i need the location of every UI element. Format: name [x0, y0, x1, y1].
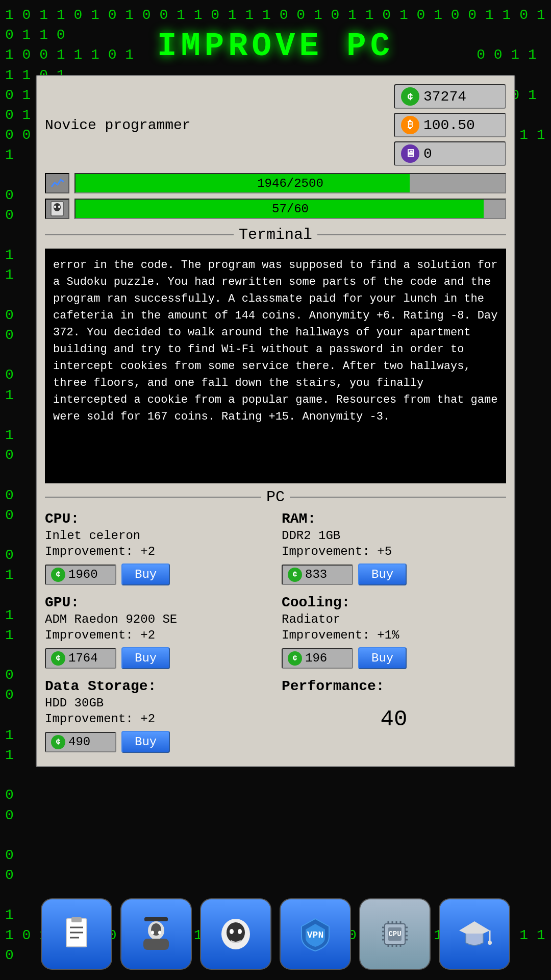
storage-buy-button[interactable]: Buy — [121, 731, 170, 753]
bottom-nav: VPN CPU — [41, 898, 510, 970]
storage-buy-row: ¢ 490 Buy — [45, 731, 269, 753]
nav-clipboard[interactable] — [41, 898, 112, 970]
ram-title: RAM: — [282, 511, 506, 527]
pc-item-cpu: CPU: Inlet celeron Improvement: +2 ¢ 196… — [45, 511, 269, 585]
cpu-price: 1960 — [68, 568, 98, 581]
cooling-buy-row: ¢ 196 Buy — [282, 647, 506, 669]
svg-point-18 — [238, 929, 242, 934]
nav-cpu[interactable]: CPU — [359, 898, 431, 970]
anonymity-icon — [45, 199, 69, 219]
ram-buy-button[interactable]: Buy — [358, 564, 407, 585]
svg-point-17 — [230, 929, 234, 934]
pc-item-storage: Data Storage: HDD 30GB Improvement: +2 ¢… — [45, 678, 269, 753]
cooling-price-icon: ¢ — [288, 651, 302, 666]
main-panel: Novice programmer ¢ 37274 ₿ 100.50 🖥 0 — [36, 75, 515, 767]
header-row: Novice programmer ¢ 37274 ₿ 100.50 🖥 0 — [45, 84, 506, 166]
pc-grid: CPU: Inlet celeron Improvement: +2 ¢ 196… — [45, 511, 506, 753]
ram-buy-row: ¢ 833 Buy — [282, 564, 506, 585]
pc-item-performance: Performance: 40 — [282, 678, 506, 753]
storage-price: 490 — [68, 735, 90, 749]
terminal-label: Terminal — [239, 226, 312, 243]
nav-education[interactable] — [439, 898, 510, 970]
pc-divider-left — [45, 497, 261, 498]
ram-improvement: Improvement: +5 — [282, 545, 506, 558]
gpu-price-icon: ¢ — [51, 651, 65, 666]
terminal-divider: Terminal — [45, 226, 506, 243]
rating-row: 1946/2500 — [45, 173, 506, 193]
divider-right — [317, 234, 506, 235]
cooling-name: Radiator — [282, 612, 506, 626]
cpu-name: Inlet celeron — [45, 529, 269, 543]
svg-point-13 — [158, 931, 161, 935]
svg-point-16 — [227, 922, 245, 943]
rating-icon — [45, 173, 69, 193]
ram-price: 833 — [305, 568, 327, 581]
nav-hacker[interactable] — [120, 898, 192, 970]
cooling-price-badge: ¢ 196 — [282, 648, 353, 669]
anonymity-row: 57/60 — [45, 199, 506, 219]
rating-bar: 1946/2500 — [74, 173, 506, 193]
pc-divider-right — [290, 497, 506, 498]
currency-badges: ¢ 37274 ₿ 100.50 🖥 0 — [394, 84, 506, 166]
pc-item-ram: RAM: DDR2 1GB Improvement: +5 ¢ 833 Buy — [282, 511, 506, 585]
nav-vpn[interactable]: VPN — [280, 898, 351, 970]
gpu-price: 1764 — [68, 651, 98, 665]
cpu-price-badge: ¢ 1960 — [45, 565, 116, 585]
bitcoin-icon: ₿ — [401, 116, 419, 134]
gpu-improvement: Improvement: +2 — [45, 628, 269, 642]
monitor-badge: 🖥 0 — [394, 141, 506, 166]
svg-text:CPU: CPU — [388, 930, 401, 938]
bitcoin-badge: ₿ 100.50 — [394, 113, 506, 137]
cooling-price: 196 — [305, 651, 327, 665]
rating-bar-fill — [76, 174, 410, 192]
cpu-title: CPU: — [45, 511, 269, 527]
storage-title: Data Storage: — [45, 678, 269, 694]
coins-icon: ¢ — [401, 87, 419, 106]
gpu-buy-button[interactable]: Buy — [121, 647, 170, 669]
performance-title: Performance: — [282, 678, 506, 694]
anonymity-bar: 57/60 — [74, 199, 506, 219]
storage-name: HDD 30GB — [45, 696, 269, 710]
svg-point-12 — [151, 931, 154, 935]
page-title: IMPROVE PC — [157, 28, 394, 65]
gpu-price-badge: ¢ 1764 — [45, 648, 116, 669]
divider-left — [45, 234, 234, 235]
performance-value: 40 — [282, 706, 506, 732]
bitcoin-value: 100.50 — [423, 117, 475, 133]
monitor-icon: 🖥 — [401, 144, 419, 163]
nav-anonymous[interactable] — [200, 898, 271, 970]
cpu-improvement: Improvement: +2 — [45, 545, 269, 558]
terminal-box: error in the code. The program was suppo… — [45, 249, 506, 483]
ram-name: DDR2 1GB — [282, 529, 506, 543]
cooling-improvement: Improvement: +1% — [282, 628, 506, 642]
monitor-value: 0 — [423, 146, 432, 162]
svg-point-3 — [58, 206, 60, 208]
svg-rect-11 — [143, 939, 169, 950]
player-name: Novice programmer — [45, 117, 191, 133]
svg-point-2 — [54, 206, 56, 208]
cooling-title: Cooling: — [282, 595, 506, 610]
gpu-title: GPU: — [45, 595, 269, 610]
pc-divider: PC — [45, 488, 506, 506]
gpu-name: ADM Raedon 9200 SE — [45, 612, 269, 626]
coins-badge: ¢ 37274 — [394, 84, 506, 109]
stats-section: 1946/2500 57/60 — [45, 173, 506, 219]
coins-value: 37274 — [423, 89, 466, 105]
gpu-buy-row: ¢ 1764 Buy — [45, 647, 269, 669]
svg-rect-5 — [71, 917, 82, 922]
pc-label: PC — [266, 488, 285, 506]
storage-improvement: Improvement: +2 — [45, 712, 269, 726]
pc-item-gpu: GPU: ADM Raedon 9200 SE Improvement: +2 … — [45, 595, 269, 669]
storage-price-badge: ¢ 490 — [45, 732, 116, 752]
svg-rect-14 — [144, 917, 168, 921]
anonymity-label: 57/60 — [272, 202, 309, 216]
ram-price-badge: ¢ 833 — [282, 565, 353, 585]
rating-label: 1946/2500 — [257, 177, 323, 190]
cpu-price-icon: ¢ — [51, 568, 65, 582]
cooling-buy-button[interactable]: Buy — [358, 647, 407, 669]
pc-item-cooling: Cooling: Radiator Improvement: +1% ¢ 196… — [282, 595, 506, 669]
cpu-buy-button[interactable]: Buy — [121, 564, 170, 585]
svg-text:VPN: VPN — [307, 930, 323, 940]
ram-price-icon: ¢ — [288, 568, 302, 582]
svg-point-41 — [488, 941, 492, 945]
